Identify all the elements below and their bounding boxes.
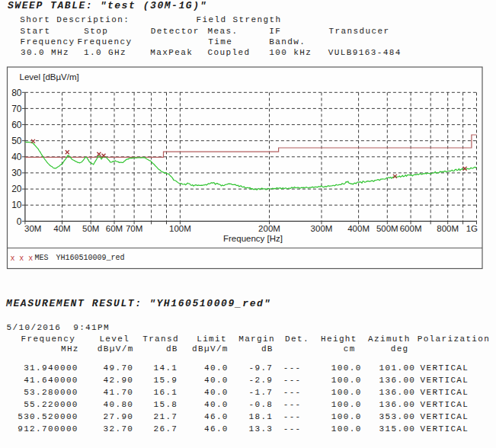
- svg-text:20: 20: [11, 184, 22, 194]
- svg-text:1G: 1G: [466, 224, 478, 233]
- svg-text:500M: 500M: [376, 224, 398, 233]
- svg-text:400M: 400M: [347, 224, 370, 233]
- svg-text:60M: 60M: [106, 224, 123, 233]
- svg-text:10: 10: [11, 200, 22, 210]
- svg-text:0: 0: [17, 216, 22, 227]
- svg-text:200M: 200M: [258, 224, 280, 233]
- svg-text:800M: 800M: [437, 224, 459, 233]
- svg-text:60: 60: [11, 120, 22, 130]
- svg-text:80: 80: [11, 88, 22, 98]
- svg-text:Level [dBµV/m]: Level [dBµV/m]: [20, 72, 79, 82]
- svg-text:30M: 30M: [24, 224, 41, 233]
- svg-text:50M: 50M: [82, 224, 99, 233]
- svg-text:300M: 300M: [311, 224, 333, 233]
- svg-text:70: 70: [11, 104, 22, 114]
- svg-text:40M: 40M: [53, 224, 70, 233]
- svg-text:600M: 600M: [400, 224, 422, 233]
- svg-text:50: 50: [11, 136, 22, 146]
- svg-text:Frequency [Hz]: Frequency [Hz]: [223, 234, 283, 243]
- svg-text:100M: 100M: [169, 224, 191, 233]
- svg-text:40: 40: [11, 152, 22, 162]
- svg-text:30: 30: [11, 168, 22, 178]
- svg-text:70M: 70M: [126, 224, 142, 233]
